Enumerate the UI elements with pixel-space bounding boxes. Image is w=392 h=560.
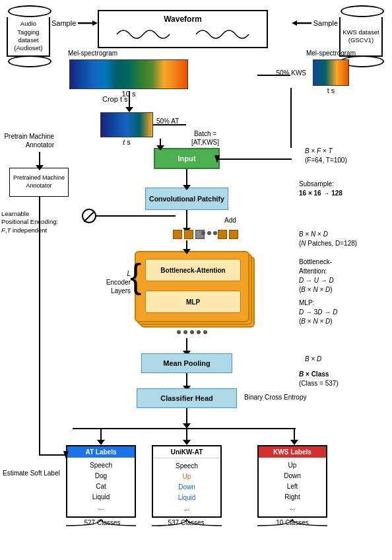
svg-marker-8 xyxy=(183,185,191,190)
mel-spec-right-label: Mel-spectrogram xyxy=(306,50,356,57)
at-labels-title: AT Labels xyxy=(67,446,135,458)
kws-dataset-cylinder: KWS dataset (GSCV1) xyxy=(339,5,385,67)
arrow-right-spec-to-input xyxy=(290,88,292,148)
conv-patchify-box: Convolutional Patchify xyxy=(145,188,228,210)
svg-marker-6 xyxy=(156,145,164,151)
audio-dataset-cylinder: Audio Tagging dataset (Audioset) xyxy=(7,5,53,67)
svg-marker-14 xyxy=(97,440,105,445)
kws-labels-items: UpDownLeftRight... xyxy=(259,458,326,516)
kws-brace xyxy=(257,518,327,527)
add-label: Add xyxy=(224,217,236,224)
kws-labels-title: KWS Labels xyxy=(259,446,326,458)
pretrain-label: Pretrain Machine Annotator xyxy=(1,132,54,149)
mean-pooling-box: Mean Pooling xyxy=(141,353,232,373)
svg-marker-4 xyxy=(125,107,133,112)
svg-marker-1 xyxy=(92,20,98,26)
svg-marker-5 xyxy=(36,165,44,170)
arrow-no-symbol-to-patches xyxy=(96,215,176,217)
waveform-box: Waveform xyxy=(98,10,268,48)
kws-dataset-label: KWS dataset (GSCV1) xyxy=(342,28,380,45)
patch-tokens-right xyxy=(218,230,238,239)
pretrained-machine-annotator-box: Pretrained Machine Annotator xyxy=(9,168,69,197)
arrow-h-to-at xyxy=(39,454,66,456)
kws-labels-box: KWS Labels UpDownLeftRight... xyxy=(257,445,327,518)
sample-right: Sample xyxy=(292,18,338,28)
arrow-h-right-to-input xyxy=(218,158,292,160)
classifier-head-box: Classifier Head xyxy=(137,388,237,408)
patch-dots xyxy=(201,231,217,235)
small-spectrogram: t s xyxy=(313,59,349,94)
sample-left: Sample xyxy=(51,18,98,28)
svg-marker-15 xyxy=(183,440,191,445)
estimate-soft-label: Estimate Soft Label xyxy=(3,469,60,477)
unikw-brace xyxy=(152,518,222,527)
subsample-annotation: Subsample:16 × 16 → 128 xyxy=(299,180,343,198)
binary-cross-entropy-label: Binary Cross Entropy xyxy=(244,394,306,401)
encoder-card-front: Bottleneck-Attention MLP xyxy=(135,251,249,322)
mlp-annotation: MLP:D → 3D → D(B × N × D) xyxy=(299,298,337,326)
input-box: Input xyxy=(154,148,220,169)
encoder-layers-label: LEncoderLayers xyxy=(98,269,131,295)
arrow-crop-to-input-h xyxy=(153,124,186,125)
cropped-spectrogram: t s xyxy=(100,112,153,146)
bxnxd-annotation: B × N × D(N Patches, D=128) xyxy=(299,230,357,248)
svg-marker-16 xyxy=(290,440,298,445)
unikw-box: UniKW-AT Speech Up Down Liquid ... xyxy=(152,445,222,518)
at-brace xyxy=(66,518,136,527)
bxd-annotation: B × D xyxy=(305,355,321,364)
arrow-kws-dataset-down xyxy=(257,75,290,76)
no-symbol-icon xyxy=(82,209,96,223)
svg-marker-3 xyxy=(292,20,297,26)
arrow-conv-to-patches xyxy=(186,210,187,230)
encoder-brace: { xyxy=(130,259,141,293)
arrow-pretrain-to-at xyxy=(39,197,40,454)
svg-marker-10 xyxy=(183,249,191,254)
learnable-pos-label: LearnablePositional Encoding:F,T indepen… xyxy=(1,210,81,234)
mlp-box: MLP xyxy=(145,291,241,313)
bottleneck-attention-box: Bottleneck-Attention xyxy=(145,259,241,281)
svg-marker-17 xyxy=(63,451,69,459)
batch-label: Batch =[AT,KWS] xyxy=(191,129,219,147)
waveform-label: Waveform xyxy=(164,15,202,24)
crop-label: Crop t s xyxy=(102,95,128,103)
svg-marker-7 xyxy=(214,155,220,163)
bottleneck-annotation: Bottleneck-Attention:D → U → D(B × N × D… xyxy=(299,258,334,295)
patch-tokens xyxy=(173,230,205,239)
bxclass-annotation: B × Class(Class = 537) xyxy=(299,370,339,388)
encoder-output-dots xyxy=(177,330,207,334)
bfxt-annotation: B × F × T(F=64, T=100) xyxy=(305,147,347,165)
mel-spec-left-label: Mel-spectrogram xyxy=(68,50,117,57)
at-labels-box: AT Labels SpeechDogCatLiquid... xyxy=(66,445,136,518)
unikw-title: UniKW-AT xyxy=(153,446,220,458)
audio-dataset-label: Audio Tagging dataset (Audioset) xyxy=(9,20,48,52)
unikw-items: Speech Up Down Liquid ... xyxy=(153,458,220,516)
at-labels-items: SpeechDogCatLiquid... xyxy=(67,458,135,516)
arrow-h-output-dist xyxy=(73,428,296,429)
